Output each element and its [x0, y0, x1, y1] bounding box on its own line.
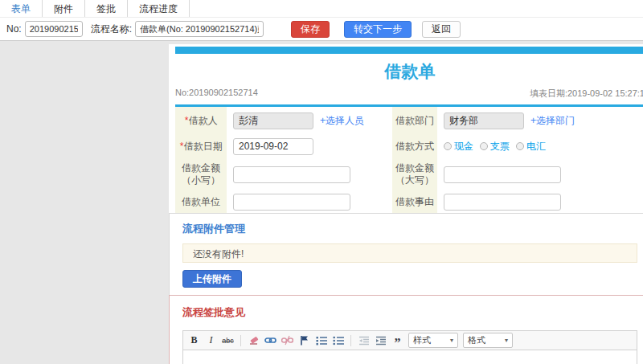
form-top-accent-bar: [175, 47, 643, 54]
top-tab-bar: 表单 附件 签批 流程进度: [0, 0, 643, 18]
format-dropdown-label: 格式: [468, 334, 485, 346]
loan-unit-label: 借款单位: [175, 190, 227, 213]
attachment-section-heading: 流程附件管理: [182, 222, 637, 236]
rich-text-editor: B I abc: [182, 330, 637, 364]
editor-content-area[interactable]: [183, 350, 637, 364]
outdent-button[interactable]: [358, 334, 370, 347]
loan-unit-input[interactable]: [233, 194, 350, 211]
bulleted-list-button[interactable]: [332, 334, 344, 347]
remove-format-button[interactable]: [248, 334, 260, 347]
radio-cash-label[interactable]: 现金: [454, 140, 473, 153]
loan-reason-label: 借款事由: [392, 190, 437, 213]
approval-section-heading: 流程签批意见: [182, 305, 637, 320]
link-button[interactable]: [264, 334, 276, 347]
eraser-icon: [248, 335, 260, 346]
radio-cheque-label[interactable]: 支票: [490, 140, 510, 153]
amount-lowercase-label: 借款金额（小写）: [175, 158, 227, 190]
attachment-section: 流程附件管理 还没有附件! 上传附件: [169, 213, 643, 297]
bulleted-list-icon: [333, 336, 344, 346]
indent-button[interactable]: [375, 334, 387, 347]
amount-uppercase-input[interactable]: [444, 166, 561, 183]
loan-reason-input[interactable]: [444, 194, 561, 211]
toolbar-divider: [350, 335, 351, 346]
blockquote-button[interactable]: ”: [391, 334, 403, 347]
tab-process-progress[interactable]: 流程进度: [128, 0, 190, 17]
required-asterisk: *: [184, 115, 188, 126]
styles-dropdown-label: 样式: [413, 334, 431, 346]
link-icon: [264, 335, 276, 346]
no-input[interactable]: [25, 21, 83, 37]
back-button[interactable]: 返回: [422, 21, 461, 38]
select-person-link[interactable]: +选择人员: [320, 114, 364, 128]
process-name-input[interactable]: [135, 21, 264, 37]
flag-icon: [300, 335, 309, 346]
page-content: 借款单 No:20190902152714 填表日期:2019-09-02 15…: [0, 41, 643, 363]
outdent-icon: [358, 336, 370, 346]
amount-uppercase-label: 借款金额（大写）: [392, 158, 437, 190]
tab-form[interactable]: 表单: [0, 0, 43, 17]
radio-cheque[interactable]: [480, 142, 488, 150]
bold-button[interactable]: B: [188, 334, 200, 347]
loan-form-grid: *借款人 +选择人员 借款部门 +选择部门 *借款日期 借款方式: [175, 107, 643, 213]
unlink-button[interactable]: [281, 334, 293, 347]
radio-cash[interactable]: [444, 142, 452, 150]
toolbar-divider: [240, 335, 241, 346]
loan-date-label: *借款日期: [175, 134, 227, 158]
editor-toolbar: B I abc: [183, 331, 637, 350]
select-department-link[interactable]: +选择部门: [530, 114, 575, 128]
department-label: 借款部门: [392, 107, 437, 134]
required-asterisk: *: [179, 141, 183, 152]
unlink-icon: [281, 335, 293, 346]
anchor-flag-button[interactable]: [298, 334, 310, 347]
department-input[interactable]: [444, 112, 524, 129]
radio-wire-label[interactable]: 电汇: [526, 140, 546, 153]
format-dropdown[interactable]: 格式 ▾: [463, 333, 513, 348]
chevron-down-icon: ▾: [505, 337, 508, 344]
loan-date-input[interactable]: [233, 138, 313, 155]
numbered-list-icon: [316, 336, 327, 346]
approval-section: 流程签批意见 B I abc: [169, 295, 643, 364]
save-button[interactable]: 保存: [291, 21, 330, 38]
styles-dropdown[interactable]: 样式 ▾: [408, 333, 458, 348]
tab-approval[interactable]: 签批: [85, 0, 128, 17]
indent-icon: [375, 336, 387, 346]
numbered-list-button[interactable]: [315, 334, 327, 347]
loan-method-options: 现金 支票 电汇: [437, 134, 643, 158]
form-fill-date-text: 填表日期:2019-09-02 15:27:1: [530, 88, 643, 100]
form-toolbar: No: 流程名称: 保存 转交下一步 返回: [0, 18, 643, 41]
loan-form-panel: 借款单 No:20190902152714 填表日期:2019-09-02 15…: [169, 44, 643, 216]
tab-attachment[interactable]: 附件: [43, 0, 85, 17]
amount-lowercase-input[interactable]: [233, 166, 350, 183]
upload-attachment-button[interactable]: 上传附件: [182, 270, 242, 288]
italic-button[interactable]: I: [205, 334, 217, 347]
borrower-input[interactable]: [233, 112, 313, 129]
form-title: 借款单: [175, 54, 643, 88]
no-attachment-message: 还没有附件!: [182, 243, 637, 263]
chevron-down-icon: ▾: [450, 337, 453, 344]
loan-method-label: 借款方式: [392, 134, 437, 158]
borrower-label: *借款人: [175, 107, 227, 134]
form-no-text: No:20190902152714: [175, 88, 258, 100]
no-label: No:: [6, 23, 22, 35]
strikethrough-button[interactable]: abc: [222, 334, 234, 347]
process-name-label: 流程名称:: [91, 22, 132, 36]
forward-next-step-button[interactable]: 转交下一步: [344, 21, 412, 38]
radio-wire[interactable]: [516, 142, 524, 150]
